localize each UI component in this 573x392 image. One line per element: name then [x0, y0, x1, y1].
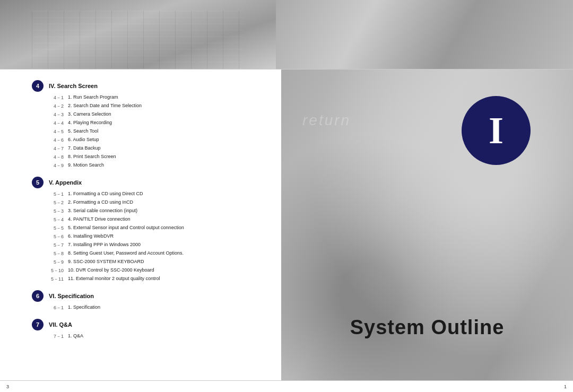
toc-row: 5－55. External Sensor input and Control …	[48, 224, 265, 232]
toc-page-num: 5－9	[48, 258, 68, 266]
toc-item-label: 8. Print Search Screen	[68, 153, 116, 160]
main-content: 4IV. Search Screen4－11. Run Search Progr…	[0, 69, 573, 392]
toc-row: 5－22. Formatting a CD using InCD	[48, 199, 265, 206]
toc-row: 5－44. PAN/TILT Drive connection	[48, 216, 265, 223]
toc-row: 4－77. Data Backup	[48, 145, 265, 152]
toc-item-label: 10. DVR Control by SSC-2000 Keyboard	[68, 267, 154, 274]
toc-page-num: 5－7	[48, 241, 68, 249]
section-badge-7: 7	[32, 319, 44, 330]
toc-page-num: 7－1	[48, 333, 68, 340]
toc-page-num: 4－3	[48, 111, 68, 118]
system-outline-title: System Outline	[281, 316, 573, 339]
toc-row: 6－11. Specification	[48, 304, 265, 311]
toc-row: 5－1111. External monitor 2 output qualit…	[48, 275, 265, 283]
toc-item-label: 2. Search Date and Time Selection	[68, 102, 142, 109]
toc-item-label: 1. Formatting a CD using Direct CD	[68, 190, 143, 197]
toc-section-7: 7VII. Q&A7－11. Q&A	[32, 319, 265, 340]
toc-item-label: 7. Installing PPP in Windows 2000	[68, 241, 141, 248]
toc-section-6: 6VI. Specification6－11. Specification	[32, 290, 265, 311]
toc-item-label: 9. SSC-2000 SYSTEM KEYBOARD	[68, 258, 144, 265]
section-header-6: 6VI. Specification	[32, 290, 265, 302]
toc-row: 7－11. Q&A	[48, 333, 265, 340]
toc-row: 5－11. Formatting a CD using Direct CD	[48, 190, 265, 198]
toc-item-label: 5. External Sensor input and Control out…	[68, 224, 184, 231]
toc-page-num: 4－7	[48, 145, 68, 152]
toc-page-num: 4－4	[48, 119, 68, 127]
keyboard-texture	[32, 11, 244, 69]
toc-item-label: 1. Q&A	[68, 333, 83, 339]
toc-row: 5－88. Setting Guest User, Password and A…	[48, 250, 265, 257]
roman-circle: I	[462, 96, 531, 165]
toc-page-num: 5－8	[48, 250, 68, 257]
toc-page-num: 4－9	[48, 162, 68, 169]
toc-row: 4－33. Camera Selection	[48, 111, 265, 118]
toc-page-num: 6－1	[48, 304, 68, 311]
toc-page-num: 5－1	[48, 190, 68, 198]
toc-row: 5－33. Serial cable connection (input)	[48, 207, 265, 215]
toc-items-4: 4－11. Run Search Program4－22. Search Dat…	[32, 94, 265, 169]
toc-page-num: 4－2	[48, 102, 68, 110]
toc-page-num: 5－10	[48, 267, 68, 274]
toc-items-5: 5－11. Formatting a CD using Direct CD5－2…	[32, 190, 265, 283]
section-title-4: IV. Search Screen	[49, 83, 98, 89]
section-badge-6: 6	[32, 290, 44, 302]
toc-page-num: 4－5	[48, 128, 68, 135]
toc-items-6: 6－11. Specification	[32, 304, 265, 311]
toc-item-label: 7. Data Backup	[68, 145, 101, 152]
section-title-7: VII. Q&A	[49, 321, 72, 328]
toc-item-label: 3. Camera Selection	[68, 111, 111, 118]
toc-row: 5－66. Inatalling WebDVR	[48, 233, 265, 240]
section-badge-5: 5	[32, 177, 44, 188]
toc-row: 4－44. Playing Recording	[48, 119, 265, 127]
toc-row: 4－22. Search Date and Time Selection	[48, 102, 265, 110]
toc-page-num: 5－11	[48, 275, 68, 283]
bottom-right-page: 1	[564, 384, 567, 389]
bottom-bar: 3 1	[0, 380, 573, 392]
toc-row: 4－99. Motion Search	[48, 162, 265, 169]
toc-page-num: 5－2	[48, 199, 68, 206]
toc-item-label: 1. Run Search Program	[68, 94, 118, 101]
section-title-5: V. Appendix	[49, 179, 82, 186]
toc-item-label: 8. Setting Guest User, Password and Acco…	[68, 250, 184, 257]
toc-page-num: 4－1	[48, 94, 68, 101]
toc-row: 5－1010. DVR Control by SSC-2000 Keyboard	[48, 267, 265, 274]
toc-section-4: 4IV. Search Screen4－11. Run Search Progr…	[32, 80, 265, 169]
toc-page-num: 5－6	[48, 233, 68, 240]
right-panel: return I System Outline	[281, 69, 573, 392]
toc-item-label: 1. Specification	[68, 304, 100, 311]
toc-page-num: 5－4	[48, 216, 68, 223]
roman-numeral: I	[489, 111, 503, 150]
toc-item-label: 2. Formatting a CD using InCD	[68, 199, 133, 206]
toc-item-label: 6. Audio Setup	[68, 136, 99, 143]
toc-row: 4－66. Audio Setup	[48, 136, 265, 144]
toc-row: 4－88. Print Search Screen	[48, 153, 265, 161]
toc-item-label: 6. Inatalling WebDVR	[68, 233, 114, 240]
toc-items-7: 7－11. Q&A	[32, 333, 265, 340]
mouse-image	[430, 0, 546, 69]
toc-item-label: 4. Playing Recording	[68, 119, 112, 126]
toc-item-label: 9. Motion Search	[68, 162, 104, 169]
section-badge-4: 4	[32, 80, 44, 92]
toc-item-label: 3. Serial cable connection (input)	[68, 207, 137, 214]
section-header-5: 5V. Appendix	[32, 177, 265, 188]
toc-page-num: 5－5	[48, 224, 68, 232]
toc-row: 5－77. Installing PPP in Windows 2000	[48, 241, 265, 249]
toc-row: 5－99. SSC-2000 SYSTEM KEYBOARD	[48, 258, 265, 266]
toc-item-label: 4. PAN/TILT Drive connection	[68, 216, 131, 223]
toc-row: 4－55. Search Tool	[48, 128, 265, 135]
toc-page-num: 4－8	[48, 153, 68, 161]
section-title-6: VI. Specification	[49, 293, 94, 299]
bottom-left-page: 3	[6, 384, 9, 389]
toc-section-5: 5V. Appendix5－11. Formatting a CD using …	[32, 177, 265, 283]
toc-row: 4－11. Run Search Program	[48, 94, 265, 101]
toc-item-label: 5. Search Tool	[68, 128, 98, 135]
photo-strip	[0, 0, 573, 69]
return-text: return	[302, 112, 351, 129]
toc-item-label: 11. External monitor 2 output quality co…	[68, 275, 160, 282]
section-header-7: 7VII. Q&A	[32, 319, 265, 330]
toc-page-num: 4－6	[48, 136, 68, 144]
toc-panel: 4IV. Search Screen4－11. Run Search Progr…	[0, 69, 281, 392]
toc-page-num: 5－3	[48, 207, 68, 215]
section-header-4: 4IV. Search Screen	[32, 80, 265, 92]
